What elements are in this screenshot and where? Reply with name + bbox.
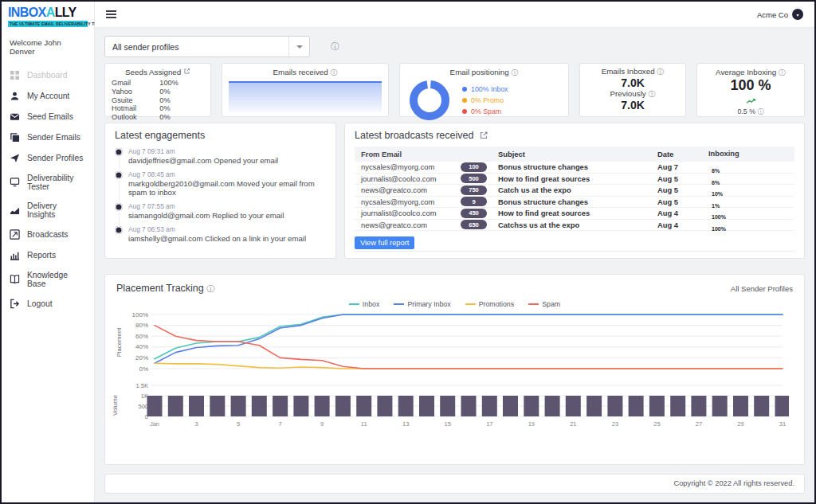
latest-broadcasts-title: Latest broadcasts received <box>355 130 473 141</box>
sidebar: INBOXALLY THE ULTIMATE EMAIL DELIVERABIL… <box>2 2 95 502</box>
list-item[interactable]: Aug 7 06:53 am iamshelly@gmail.com Click… <box>115 225 326 243</box>
info-icon[interactable]: ⓘ <box>206 284 214 293</box>
svg-text:21: 21 <box>570 420 576 428</box>
sidebar-item-sender-emails[interactable]: Sender Emails <box>2 127 94 147</box>
svg-text:40%: 40% <box>135 343 148 350</box>
legend-item-promotions[interactable]: Promotions <box>465 300 515 308</box>
info-icon[interactable]: ⓘ <box>657 68 664 76</box>
sender-profiles-value: All sender profiles <box>112 42 178 52</box>
info-icon[interactable]: ⓘ <box>331 41 339 53</box>
sidebar-item-dashboard[interactable]: Dashboard <box>2 64 94 85</box>
legend-item-spam[interactable]: 0% Spam <box>462 107 508 115</box>
svg-text:500: 500 <box>138 403 148 410</box>
info-icon[interactable]: ⓘ <box>648 90 655 98</box>
monitor-icon <box>10 177 20 187</box>
placement-legend: Inbox Primary Inbox Promotions Spam <box>116 300 793 308</box>
svg-text:15: 15 <box>445 420 451 428</box>
info-icon[interactable]: ⓘ <box>757 108 763 115</box>
legend-dot <box>462 98 467 103</box>
logout-icon <box>10 299 20 309</box>
legend-dot <box>462 109 467 114</box>
emails-received-area-chart <box>229 81 382 112</box>
emails-received-card: Emails received ⓘ <box>222 63 389 117</box>
svg-text:31: 31 <box>779 420 786 428</box>
emails-inboxed-previous-value: 7.0K <box>583 100 682 111</box>
svg-text:Jan: Jan <box>150 420 159 428</box>
trend-up-icon <box>701 93 800 107</box>
table-row[interactable]: journalist@coolco.com450 How to find gre… <box>355 208 794 220</box>
svg-text:29: 29 <box>737 420 743 428</box>
avatar: ▾ <box>792 9 803 20</box>
engagement-icon <box>115 171 123 179</box>
svg-text:1.5K: 1.5K <box>136 382 148 389</box>
count-badge: 650 <box>461 220 487 229</box>
account-name: Acme Co <box>757 10 788 19</box>
sidebar-item-reports[interactable]: Reports <box>2 244 94 265</box>
sidebar-item-logout[interactable]: Logout <box>2 293 94 314</box>
table-row[interactable]: news@greatco.com650 Catchss us at the ex… <box>355 220 794 232</box>
view-full-report-button[interactable]: View full report <box>355 236 414 249</box>
list-item[interactable]: Aug 7 09:31 am davidjeffries@gmail.com O… <box>115 147 326 165</box>
sidebar-item-delivery-insights[interactable]: Delivery Insights <box>2 196 94 224</box>
seed-row: Hotmail0% <box>112 104 204 113</box>
positioning-donut-chart <box>408 79 451 122</box>
user-icon <box>10 91 20 101</box>
latest-engagements-title: Latest engagements <box>115 130 326 141</box>
logo[interactable]: INBOXALLY THE ULTIMATE EMAIL DELIVERABIL… <box>2 2 94 31</box>
topbar: Acme Co ▾ <box>95 2 814 28</box>
legend-dash <box>465 303 476 305</box>
legend-item-inbox[interactable]: 100% Inbox <box>462 85 508 93</box>
sidebar-item-knowledge-base[interactable]: Knowledge Base <box>2 265 94 293</box>
table-row[interactable]: nycsales@myorg.com100 Bonus structure ch… <box>355 162 794 174</box>
placement-tracking-title: Placement Tracking <box>116 283 204 294</box>
table-header: From Email Subject Date Inboxing <box>355 147 794 162</box>
table-row[interactable]: nycsales@myorg.com9 Bonus structure chan… <box>355 197 794 209</box>
legend-item-inbox[interactable]: Inbox <box>349 300 380 308</box>
sidebar-item-deliverability-tester[interactable]: Deliverability Tester <box>2 168 94 196</box>
svg-text:27: 27 <box>696 420 702 428</box>
emails-inboxed-card: Emails Inboxed ⓘ 7.0K Previously ⓘ 7.0K <box>579 63 686 117</box>
info-icon[interactable]: ⓘ <box>511 68 518 76</box>
sidebar-item-sender-profiles[interactable]: Sender Profiles <box>2 147 94 168</box>
legend-item-spam[interactable]: Spam <box>528 300 560 308</box>
placement-scope-label: All Sender Profiles <box>731 284 793 293</box>
svg-text:20%: 20% <box>135 354 148 361</box>
volume-bar-chart: 05001K1.5KJan35791113151719212325272931 <box>116 381 789 429</box>
seeds-list: Gmail100% Yahoo0% Gsuite0% Hotmail0% Out… <box>112 79 204 122</box>
account-menu[interactable]: Acme Co ▾ <box>757 9 803 20</box>
seed-row: Gmail100% <box>112 79 204 88</box>
sender-profiles-select[interactable]: All sender profiles <box>104 36 310 57</box>
list-item[interactable]: Aug 7 07:55 am siamangold@gmail.com Repl… <box>115 202 326 220</box>
info-icon[interactable]: ⓘ <box>779 68 786 76</box>
menu-icon[interactable] <box>106 10 116 18</box>
emails-inboxed-value: 7.0K <box>583 77 682 89</box>
info-icon[interactable]: ⓘ <box>330 68 337 76</box>
seeds-assigned-title: Seeds Assigned <box>112 68 204 76</box>
latest-broadcasts-card: Latest broadcasts received From Email Su… <box>344 123 805 259</box>
sidebar-item-seed-emails[interactable]: Seed Emails <box>2 106 94 127</box>
svg-text:60%: 60% <box>135 333 148 340</box>
external-link-icon[interactable] <box>479 131 488 140</box>
reports-icon <box>10 250 20 260</box>
seed-row: Yahoo0% <box>112 88 204 96</box>
svg-text:25: 25 <box>653 420 660 428</box>
legend-item-promo[interactable]: 0% Promo <box>462 96 508 104</box>
external-link-icon[interactable] <box>183 68 190 75</box>
legend-dash <box>349 303 359 305</box>
svg-text:13: 13 <box>402 420 409 428</box>
count-badge: 100 <box>461 162 487 172</box>
legend-item-primary-inbox[interactable]: Primary Inbox <box>394 300 450 308</box>
volume-axis-label: Volume <box>112 395 119 416</box>
legend-dash <box>394 303 404 305</box>
svg-text:9: 9 <box>320 420 324 428</box>
sidebar-item-my-account[interactable]: My Account <box>2 85 94 106</box>
sidebar-nav: Dashboard My Account Seed Emails Sender … <box>2 64 94 314</box>
sidebar-item-broadcasts[interactable]: Broadcasts <box>2 224 94 244</box>
list-item[interactable]: Aug 7 08:45 am markgoldberg2010@gmail.co… <box>115 170 326 197</box>
svg-text:17: 17 <box>486 420 492 428</box>
engagements-list: Aug 7 09:31 am davidjeffries@gmail.com O… <box>115 147 326 243</box>
chevron-down-icon <box>288 37 309 57</box>
table-row[interactable]: news@greatco.com750 Catch us at the expo… <box>355 185 794 197</box>
table-row[interactable]: journalist@coolco.com500 How to find gre… <box>355 174 794 186</box>
seed-row: Outlook0% <box>112 113 204 122</box>
